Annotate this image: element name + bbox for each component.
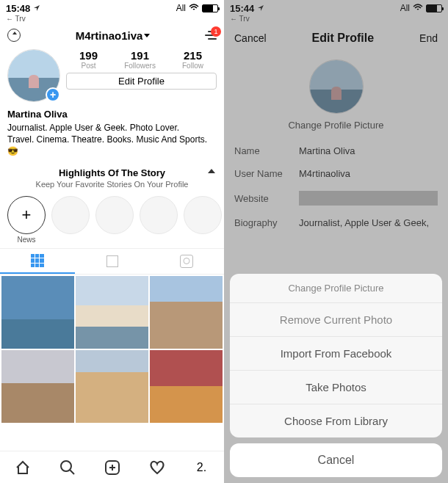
bio-line-1: Journalist. Apple User & Geek. Photo Lov… (7, 122, 217, 134)
photo-thumbnail[interactable] (76, 350, 148, 423)
grid-icon (31, 254, 44, 267)
following-stat[interactable]: 215 Follow (182, 49, 203, 70)
display-name: Martina Oliva (7, 108, 217, 121)
action-sheet: Change Profile Picture Remove Current Ph… (230, 274, 442, 477)
sheet-title: Change Profile Picture (230, 274, 442, 303)
highlights-row: + News (0, 193, 224, 248)
chevron-up-icon (208, 169, 215, 173)
status-all: All (176, 3, 186, 13)
status-bar: 15:48 All (0, 0, 224, 15)
photo-grid (0, 275, 224, 424)
svg-line-1 (70, 470, 74, 474)
edit-profile-screen: 15:44 All ← Trv Cancel Edit Profile End … (224, 0, 448, 483)
battery-icon (202, 4, 218, 12)
tagged-icon (180, 255, 193, 268)
posts-stat[interactable]: 199 Post (79, 49, 98, 70)
bio-line-2: Travel. Cinema. Theatre. Books. Music An… (7, 134, 217, 157)
archive-icon[interactable] (7, 29, 21, 42)
activity-button[interactable] (148, 459, 166, 476)
back-try[interactable]: ← Trv (0, 15, 224, 24)
menu-button[interactable]: 1 (205, 31, 217, 40)
wifi-icon (189, 3, 199, 13)
sheet-cancel-button[interactable]: Cancel (230, 443, 442, 477)
photo-thumbnail[interactable] (1, 276, 74, 349)
notification-badge: 1 (211, 26, 221, 37)
photo-thumbnail[interactable] (1, 350, 74, 423)
take-photo-button[interactable]: Take Photos (230, 371, 442, 404)
username-dropdown[interactable]: M4rtinao1iva (76, 29, 151, 42)
import-facebook-button[interactable]: Import From Facebook (230, 337, 442, 371)
profile-screen: 15:48 All ← Trv M4rtinao1iva 1 (0, 0, 224, 483)
followers-stat[interactable]: 191 Followers (124, 49, 156, 70)
feed-tab[interactable] (75, 249, 150, 274)
grid-tab[interactable] (0, 249, 75, 274)
home-button[interactable] (14, 459, 32, 476)
plus-icon: + (7, 196, 46, 234)
location-icon (33, 4, 40, 12)
tagged-tab[interactable] (149, 249, 224, 274)
profile-avatar[interactable]: + (7, 49, 60, 102)
profile-tabs (0, 248, 224, 275)
highlights-header[interactable]: Highlights Of The Story (0, 163, 224, 180)
add-story-icon[interactable]: + (46, 87, 60, 102)
bio-section: Martina Oliva Journalist. Apple User & G… (0, 105, 224, 163)
search-button[interactable] (59, 459, 76, 476)
photo-thumbnail[interactable] (150, 350, 223, 423)
status-time: 15:48 (6, 3, 30, 14)
photo-thumbnail[interactable] (76, 276, 148, 349)
feed-icon (106, 255, 118, 267)
highlight-placeholder (95, 196, 134, 234)
bottom-nav: 2. (0, 451, 224, 483)
new-highlight-button[interactable]: + News (7, 196, 46, 244)
profile-header: M4rtinao1iva 1 (0, 24, 224, 46)
chevron-down-icon (144, 34, 150, 37)
remove-photo-button[interactable]: Remove Current Photo (230, 303, 442, 337)
profile-nav-button[interactable]: 2. (193, 459, 211, 476)
svg-point-0 (61, 461, 71, 471)
highlights-subtitle: Keep Your Favorite Stories On Your Profi… (0, 180, 224, 193)
add-post-button[interactable] (104, 459, 121, 476)
edit-profile-button[interactable]: Edit Profile (66, 73, 217, 90)
sunglasses-emoji: 😎 (7, 146, 18, 156)
highlight-placeholder (140, 196, 178, 234)
photo-thumbnail[interactable] (150, 276, 223, 349)
highlight-placeholder (184, 196, 222, 234)
highlight-placeholder (51, 196, 90, 234)
choose-library-button[interactable]: Choose From Library (230, 404, 442, 437)
